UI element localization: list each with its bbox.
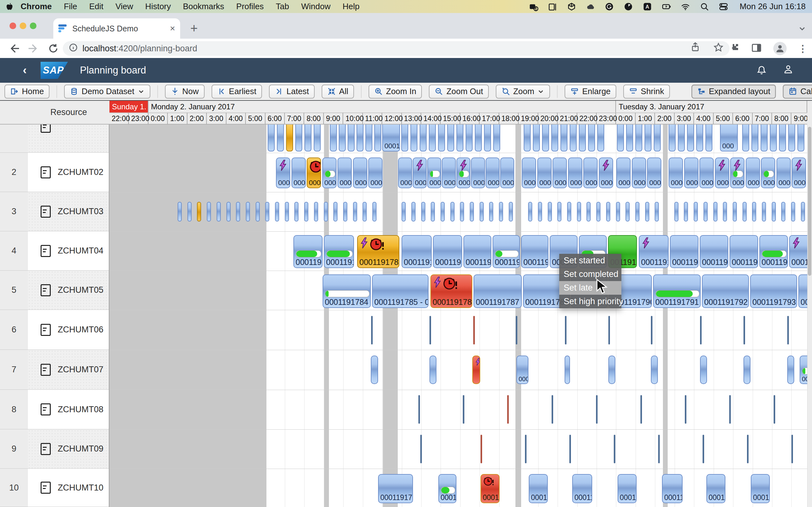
gantt-bar[interactable]: 000 xyxy=(500,158,514,188)
milestone-line-marker[interactable] xyxy=(418,395,420,424)
gantt-bar[interactable]: 00011 xyxy=(529,474,548,503)
gantt-bar[interactable] xyxy=(348,124,355,152)
milestone-line-marker[interactable] xyxy=(608,316,610,344)
menubar-item-chrome[interactable]: Chrome xyxy=(14,2,58,11)
milestone-line-marker[interactable] xyxy=(480,435,482,463)
gantt-bar[interactable]: 000 xyxy=(456,158,470,188)
gantt-bar[interactable] xyxy=(588,124,595,152)
close-window-button[interactable] xyxy=(9,22,16,29)
gantt-bar[interactable]: 000 xyxy=(746,158,760,188)
milestone-line-marker[interactable] xyxy=(747,435,749,463)
gantt-bar[interactable]: 000 xyxy=(368,158,383,188)
vertical-scrollbar-thumb[interactable] xyxy=(808,127,811,276)
gantt-bar[interactable]: 00011917 xyxy=(700,235,728,268)
apple-icon[interactable] xyxy=(4,2,14,12)
gantt-bar[interactable] xyxy=(557,202,561,222)
milestone-line-marker[interactable] xyxy=(641,395,642,424)
gantt-bar[interactable]: 00011917 xyxy=(521,235,548,268)
gantt-bar[interactable] xyxy=(565,355,570,384)
gantt-bar[interactable] xyxy=(645,124,652,152)
milestone-line-marker[interactable] xyxy=(658,435,660,463)
gantt-bar[interactable]: 000 xyxy=(338,158,352,188)
gantt-bar[interactable] xyxy=(577,202,581,222)
gantt-bar[interactable] xyxy=(499,202,503,222)
gantt-bar[interactable]: 000 xyxy=(486,158,500,188)
resource-cell[interactable] xyxy=(28,124,109,153)
gantt-bar[interactable] xyxy=(402,202,406,222)
gantt-bar[interactable]: 000 xyxy=(568,158,582,188)
zoom-button[interactable]: Zoom xyxy=(496,84,550,99)
new-tab-button[interactable]: + xyxy=(190,22,198,34)
gantt-bar[interactable]: 0001 xyxy=(807,158,808,188)
tab-close-icon[interactable]: × xyxy=(170,23,175,34)
gantt-bar[interactable] xyxy=(489,202,493,222)
gantt-bar[interactable]: 0001191787 - ( xyxy=(473,274,522,308)
gantt-bar[interactable] xyxy=(788,124,795,152)
gantt-bar[interactable]: 00011917 xyxy=(670,235,699,268)
milestone-line-marker[interactable] xyxy=(685,395,687,424)
milestone-line-marker[interactable] xyxy=(507,395,509,424)
gantt-bar[interactable] xyxy=(429,124,436,152)
gantt-bar[interactable]: 0001191 xyxy=(789,235,807,268)
gantt-bar[interactable] xyxy=(542,124,549,152)
gantt-bar[interactable] xyxy=(429,355,437,384)
gantt-bar[interactable] xyxy=(616,202,620,222)
milestone-line-marker[interactable] xyxy=(552,395,553,424)
grammarly-icon[interactable] xyxy=(605,2,615,12)
gantt-bar[interactable] xyxy=(742,124,749,152)
gantt-bar[interactable] xyxy=(275,202,279,222)
gantt-bar[interactable] xyxy=(654,124,661,152)
gantt-bar[interactable] xyxy=(551,124,558,152)
gantt-bar[interactable] xyxy=(570,124,577,152)
gantt-bar[interactable]: 00011 xyxy=(438,474,456,503)
milestone-line-marker[interactable] xyxy=(565,316,566,344)
resource-cell[interactable]: ZCHUMT04 xyxy=(28,231,109,271)
gantt-bar[interactable]: 000119178 xyxy=(378,474,413,503)
resource-cell[interactable]: ZCHUMT03 xyxy=(28,192,109,231)
gantt-bar[interactable] xyxy=(608,355,615,384)
resource-cell[interactable]: ZCHUMT07 xyxy=(28,350,109,390)
milestone-line-marker[interactable] xyxy=(463,395,464,424)
milestone-line-marker[interactable] xyxy=(703,435,704,463)
gantt-bar[interactable] xyxy=(460,202,464,222)
gantt-bar[interactable]: 000 xyxy=(776,158,791,188)
extensions-puzzle-icon[interactable] xyxy=(729,43,740,55)
all-button[interactable]: All xyxy=(322,84,354,99)
gantt-bar[interactable] xyxy=(645,202,649,222)
gantt-bar[interactable] xyxy=(635,124,642,152)
gantt-bar[interactable]: 000 xyxy=(522,158,536,188)
profile-avatar-icon[interactable] xyxy=(773,42,786,55)
milestone-line-marker[interactable] xyxy=(729,395,731,424)
gantt-bar[interactable] xyxy=(687,124,694,152)
reload-icon[interactable] xyxy=(48,43,59,54)
gantt-bar[interactable]: 00011917 xyxy=(293,235,322,268)
gantt-bar[interactable]: 000 xyxy=(583,158,598,188)
gantt-bar[interactable] xyxy=(466,124,473,152)
wifi-icon[interactable] xyxy=(681,2,691,12)
gantt-bar[interactable]: 00011 xyxy=(618,474,637,503)
gantt-bar[interactable] xyxy=(357,124,363,152)
gantt-bar[interactable] xyxy=(324,202,328,222)
gantt-bar[interactable] xyxy=(761,124,768,152)
tab-search-icon[interactable] xyxy=(798,24,806,34)
gantt-bar[interactable]: 00011 xyxy=(751,474,770,503)
gantt-bar[interactable] xyxy=(770,124,777,152)
gantt-bar[interactable] xyxy=(286,124,293,152)
resource-cell[interactable]: ZCHUMT06 xyxy=(28,310,109,350)
boot-alert-icon[interactable] xyxy=(528,2,539,12)
gantt-bar[interactable] xyxy=(694,202,698,222)
gantt-bar[interactable] xyxy=(421,202,425,222)
gantt-bar[interactable]: 00011 xyxy=(322,158,337,188)
gantt-bar[interactable] xyxy=(779,124,786,152)
gantt-bar[interactable] xyxy=(431,202,435,222)
gantt-bar[interactable] xyxy=(470,202,474,222)
gantt-bar[interactable]: 000 xyxy=(276,158,290,188)
gantt-bar[interactable]: 000 xyxy=(307,158,321,188)
gantt-bar[interactable] xyxy=(567,202,571,222)
zoom-out-button[interactable]: Zoom Out xyxy=(429,84,489,99)
gantt-bar[interactable]: 0001191791 - 00 xyxy=(653,274,701,308)
gantt-bar[interactable] xyxy=(798,124,804,152)
gantt-bar[interactable]: 00011 xyxy=(480,474,500,503)
gantt-bar[interactable] xyxy=(560,124,567,152)
resource-cell[interactable]: ZCHUMT08 xyxy=(28,390,109,429)
